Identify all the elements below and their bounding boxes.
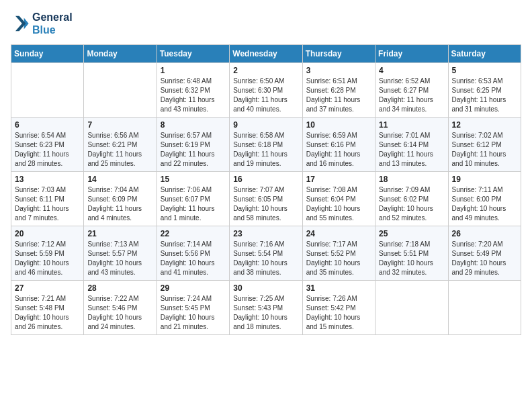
day-info: Sunrise: 7:13 AM Sunset: 5:57 PM Dayligh… [87, 240, 152, 277]
day-number: 9 [233, 120, 298, 130]
day-info: Sunrise: 7:02 AM Sunset: 6:12 PM Dayligh… [452, 131, 517, 169]
calendar-cell: 22Sunrise: 7:14 AM Sunset: 5:56 PM Dayli… [157, 226, 229, 281]
calendar-cell: 27Sunrise: 7:21 AM Sunset: 5:48 PM Dayli… [11, 281, 84, 335]
day-info: Sunrise: 7:09 AM Sunset: 6:02 PM Dayligh… [379, 185, 444, 223]
day-info: Sunrise: 6:51 AM Sunset: 6:28 PM Dayligh… [306, 77, 371, 114]
day-number: 2 [233, 66, 298, 75]
col-header-sunday: Sunday [11, 45, 84, 63]
calendar-cell [375, 281, 448, 335]
calendar-week-4: 20Sunrise: 7:12 AM Sunset: 5:59 PM Dayli… [11, 226, 521, 281]
calendar-cell: 5Sunrise: 6:53 AM Sunset: 6:25 PM Daylig… [448, 63, 521, 118]
col-header-monday: Monday [84, 45, 157, 63]
calendar: SundayMondayTuesdayWednesdayThursdayFrid… [11, 44, 521, 335]
calendar-cell: 3Sunrise: 6:51 AM Sunset: 6:28 PM Daylig… [302, 63, 375, 118]
calendar-cell: 12Sunrise: 7:02 AM Sunset: 6:12 PM Dayli… [448, 118, 521, 172]
day-number: 22 [161, 229, 226, 238]
svg-marker-1 [15, 16, 26, 31]
day-info: Sunrise: 6:53 AM Sunset: 6:25 PM Dayligh… [452, 77, 517, 114]
day-number: 15 [161, 175, 226, 184]
day-number: 20 [15, 229, 80, 238]
calendar-cell: 13Sunrise: 7:03 AM Sunset: 6:11 PM Dayli… [11, 172, 84, 226]
calendar-cell: 20Sunrise: 7:12 AM Sunset: 5:59 PM Dayli… [11, 226, 84, 281]
col-header-wednesday: Wednesday [230, 45, 302, 63]
day-info: Sunrise: 6:54 AM Sunset: 6:23 PM Dayligh… [15, 131, 80, 169]
day-info: Sunrise: 6:52 AM Sunset: 6:27 PM Dayligh… [379, 77, 444, 114]
day-number: 11 [379, 120, 444, 130]
day-info: Sunrise: 6:57 AM Sunset: 6:19 PM Dayligh… [161, 131, 226, 169]
day-info: Sunrise: 6:48 AM Sunset: 6:32 PM Dayligh… [161, 77, 226, 114]
logo-text: General Blue [32, 11, 73, 36]
day-number: 24 [306, 229, 371, 238]
calendar-cell: 15Sunrise: 7:06 AM Sunset: 6:07 PM Dayli… [157, 172, 229, 226]
calendar-cell: 29Sunrise: 7:24 AM Sunset: 5:45 PM Dayli… [157, 281, 229, 335]
col-header-saturday: Saturday [448, 45, 521, 63]
day-number: 7 [87, 120, 152, 130]
calendar-cell: 4Sunrise: 6:52 AM Sunset: 6:27 PM Daylig… [375, 63, 448, 118]
calendar-cell: 7Sunrise: 6:56 AM Sunset: 6:21 PM Daylig… [84, 118, 157, 172]
calendar-cell: 21Sunrise: 7:13 AM Sunset: 5:57 PM Dayli… [84, 226, 157, 281]
day-number: 8 [161, 120, 226, 130]
day-number: 29 [161, 283, 226, 293]
day-number: 27 [15, 283, 80, 293]
day-number: 12 [452, 120, 517, 130]
col-header-thursday: Thursday [302, 45, 375, 63]
day-number: 6 [15, 120, 80, 130]
calendar-week-1: 1Sunrise: 6:48 AM Sunset: 6:32 PM Daylig… [11, 63, 521, 118]
day-number: 16 [233, 175, 298, 184]
day-number: 21 [87, 229, 152, 238]
day-number: 25 [379, 229, 444, 238]
day-info: Sunrise: 7:22 AM Sunset: 5:46 PM Dayligh… [87, 294, 152, 332]
day-number: 18 [379, 175, 444, 184]
day-number: 13 [15, 175, 80, 184]
day-info: Sunrise: 7:21 AM Sunset: 5:48 PM Dayligh… [15, 294, 80, 332]
calendar-cell: 19Sunrise: 7:11 AM Sunset: 6:00 PM Dayli… [448, 172, 521, 226]
day-info: Sunrise: 7:07 AM Sunset: 6:05 PM Dayligh… [233, 185, 298, 223]
calendar-cell [84, 63, 157, 118]
day-info: Sunrise: 7:12 AM Sunset: 5:59 PM Dayligh… [15, 240, 80, 277]
day-info: Sunrise: 6:58 AM Sunset: 6:18 PM Dayligh… [233, 131, 298, 169]
day-info: Sunrise: 7:18 AM Sunset: 5:51 PM Dayligh… [379, 240, 444, 277]
day-info: Sunrise: 7:03 AM Sunset: 6:11 PM Dayligh… [15, 185, 80, 223]
day-number: 19 [452, 175, 517, 184]
day-info: Sunrise: 7:14 AM Sunset: 5:56 PM Dayligh… [161, 240, 226, 277]
calendar-cell: 16Sunrise: 7:07 AM Sunset: 6:05 PM Dayli… [230, 172, 302, 226]
calendar-header-row: SundayMondayTuesdayWednesdayThursdayFrid… [11, 45, 521, 63]
day-info: Sunrise: 7:01 AM Sunset: 6:14 PM Dayligh… [379, 131, 444, 169]
page-header: General Blue [11, 11, 521, 36]
day-number: 31 [306, 283, 371, 293]
calendar-week-5: 27Sunrise: 7:21 AM Sunset: 5:48 PM Dayli… [11, 281, 521, 335]
day-number: 1 [161, 66, 226, 75]
day-number: 4 [379, 66, 444, 75]
day-info: Sunrise: 7:26 AM Sunset: 5:42 PM Dayligh… [306, 294, 371, 332]
col-header-tuesday: Tuesday [157, 45, 229, 63]
calendar-cell [448, 281, 521, 335]
calendar-cell: 10Sunrise: 6:59 AM Sunset: 6:16 PM Dayli… [302, 118, 375, 172]
logo: General Blue [11, 11, 73, 36]
day-info: Sunrise: 6:59 AM Sunset: 6:16 PM Dayligh… [306, 131, 371, 169]
calendar-cell: 18Sunrise: 7:09 AM Sunset: 6:02 PM Dayli… [375, 172, 448, 226]
day-info: Sunrise: 7:11 AM Sunset: 6:00 PM Dayligh… [452, 185, 517, 223]
day-info: Sunrise: 7:17 AM Sunset: 5:52 PM Dayligh… [306, 240, 371, 277]
calendar-cell: 31Sunrise: 7:26 AM Sunset: 5:42 PM Dayli… [302, 281, 375, 335]
day-number: 3 [306, 66, 371, 75]
calendar-cell: 8Sunrise: 6:57 AM Sunset: 6:19 PM Daylig… [157, 118, 229, 172]
day-info: Sunrise: 7:25 AM Sunset: 5:43 PM Dayligh… [233, 294, 298, 332]
day-number: 5 [452, 66, 517, 75]
calendar-cell: 26Sunrise: 7:20 AM Sunset: 5:49 PM Dayli… [448, 226, 521, 281]
day-info: Sunrise: 7:04 AM Sunset: 6:09 PM Dayligh… [87, 185, 152, 223]
logo-icon [11, 14, 30, 33]
calendar-cell: 25Sunrise: 7:18 AM Sunset: 5:51 PM Dayli… [375, 226, 448, 281]
day-info: Sunrise: 6:56 AM Sunset: 6:21 PM Dayligh… [87, 131, 152, 169]
calendar-cell: 1Sunrise: 6:48 AM Sunset: 6:32 PM Daylig… [157, 63, 229, 118]
day-info: Sunrise: 7:20 AM Sunset: 5:49 PM Dayligh… [452, 240, 517, 277]
day-info: Sunrise: 7:16 AM Sunset: 5:54 PM Dayligh… [233, 240, 298, 277]
col-header-friday: Friday [375, 45, 448, 63]
calendar-cell: 23Sunrise: 7:16 AM Sunset: 5:54 PM Dayli… [230, 226, 302, 281]
day-number: 17 [306, 175, 371, 184]
day-info: Sunrise: 7:08 AM Sunset: 6:04 PM Dayligh… [306, 185, 371, 223]
calendar-cell: 24Sunrise: 7:17 AM Sunset: 5:52 PM Dayli… [302, 226, 375, 281]
day-number: 26 [452, 229, 517, 238]
day-number: 10 [306, 120, 371, 130]
calendar-cell [11, 63, 84, 118]
day-info: Sunrise: 7:24 AM Sunset: 5:45 PM Dayligh… [161, 294, 226, 332]
